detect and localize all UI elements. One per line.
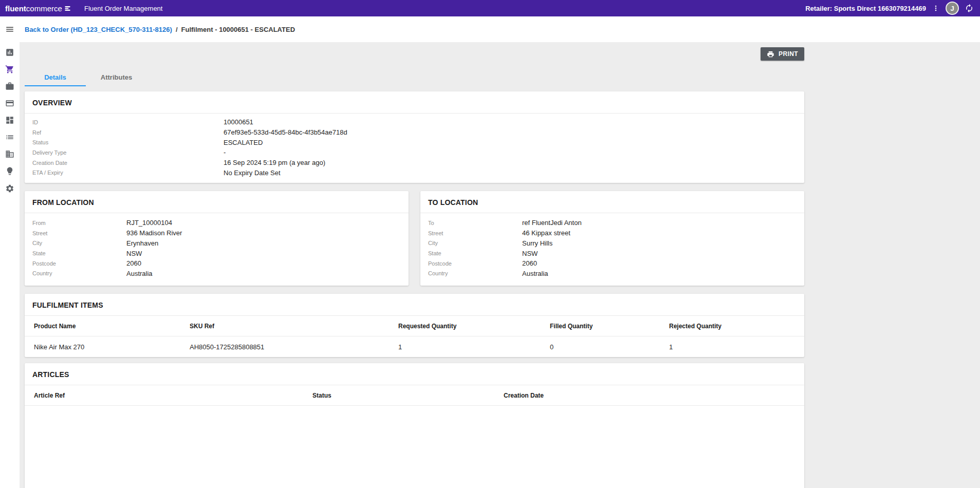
- field-label: Postcode: [428, 260, 522, 267]
- filled-quantity-cell: 0: [541, 343, 660, 351]
- column-header: Product Name: [25, 323, 180, 330]
- fulfilment-item-row[interactable]: Nike Air Max 270 AH8050-1725285808851 1 …: [25, 336, 804, 357]
- field-label: Creation Date: [32, 160, 224, 166]
- field-value: 2060: [126, 259, 409, 267]
- retailer-label: Retailer: Sports Direct 1663079214469: [805, 5, 926, 12]
- column-header: Requested Quantity: [389, 323, 541, 330]
- from-row-city: CityErynhaven: [25, 238, 409, 249]
- articles-table-header: Article Ref Status Creation Date: [25, 385, 804, 406]
- to-location-card-title: TO LOCATION: [420, 191, 804, 213]
- sidebar-item-dashboard[interactable]: [0, 111, 20, 128]
- briefcase-icon: [5, 82, 14, 91]
- field-label: Postcode: [32, 260, 126, 267]
- field-label: Street: [32, 230, 126, 236]
- field-value: 16 Sep 2024 5:19 pm (a year ago): [224, 159, 804, 166]
- to-location-card: TO LOCATION Toref FluentJedi Anton Stree…: [420, 191, 804, 286]
- tab-details[interactable]: Details: [25, 69, 86, 86]
- rail-icon-list: [0, 44, 20, 197]
- field-label: Status: [32, 139, 224, 145]
- from-row-state: StateNSW: [25, 248, 409, 258]
- from-location-card-title: FROM LOCATION: [25, 191, 409, 213]
- column-header: Article Ref: [25, 392, 303, 399]
- field-value: ref FluentJedi Anton: [522, 219, 804, 227]
- to-row-postcode: Postcode2060: [420, 258, 804, 269]
- articles-table-body: [25, 406, 804, 488]
- user-avatar[interactable]: J: [946, 2, 959, 15]
- overview-row-eta-expiry: ETA / ExpiryNo Expiry Date Set: [25, 167, 804, 178]
- field-value: NSW: [522, 250, 804, 257]
- to-row-state: StateNSW: [420, 248, 804, 258]
- hamburger-menu-button[interactable]: [0, 16, 20, 42]
- settings-icon: [5, 184, 14, 193]
- dashboard-icon: [5, 116, 14, 125]
- sku-ref-cell: AH8050-1725285808851: [180, 343, 389, 351]
- tab-bar: Details Attributes: [25, 69, 804, 86]
- field-value: NSW: [126, 250, 409, 257]
- sidebar-item-analytics[interactable]: [0, 44, 20, 61]
- product-name-cell: Nike Air Max 270: [25, 343, 180, 351]
- tab-attributes[interactable]: Attributes: [86, 69, 147, 86]
- sidebar-item-locations[interactable]: [0, 145, 20, 162]
- hamburger-icon: [5, 25, 14, 34]
- field-value: 46 Kippax street: [522, 229, 804, 237]
- fulfilment-items-card-title: FULFILMENT ITEMS: [25, 294, 804, 316]
- field-label: City: [32, 240, 126, 246]
- requested-quantity-cell: 1: [389, 343, 541, 351]
- column-header: Creation Date: [494, 392, 804, 399]
- from-row-postcode: Postcode2060: [25, 258, 409, 269]
- from-location-rows: FromRJT_10000104 Street936 Madison River…: [25, 213, 409, 286]
- field-value: Surry Hills: [522, 239, 804, 247]
- status-value: ESCALATED: [224, 139, 804, 146]
- from-row-street: Street936 Madison River: [25, 228, 409, 238]
- overview-card: OVERVIEW ID10000651 Ref67ef93e5-533d-45d…: [25, 91, 804, 183]
- sidebar-item-insights[interactable]: [0, 162, 20, 179]
- content-background: PRINT Details Attributes OVERVIEW ID1000…: [20, 42, 980, 488]
- sidebar-item-inventory[interactable]: [0, 78, 20, 95]
- overview-rows: ID10000651 Ref67ef93e5-533d-45d5-84bc-4f…: [25, 114, 804, 183]
- sidebar-item-orders[interactable]: [0, 61, 20, 78]
- rejected-quantity-cell: 1: [660, 343, 804, 351]
- fulfilment-items-table-header: Product Name SKU Ref Requested Quantity …: [25, 316, 804, 336]
- overview-row-ref: Ref67ef93e5-533d-45d5-84bc-4f3b54ae718d: [25, 127, 804, 138]
- field-label: To: [428, 220, 522, 226]
- app-title: Fluent Order Management: [84, 5, 162, 12]
- print-button-label: PRINT: [779, 50, 798, 58]
- sidebar-item-payments[interactable]: [0, 95, 20, 111]
- field-value: Erynhaven: [126, 239, 409, 247]
- field-value: 67ef93e5-533d-45d5-84bc-4f3b54ae718d: [224, 128, 804, 136]
- topbar-right-group: Retailer: Sports Direct 1663079214469 J: [805, 2, 974, 15]
- to-row-street: Street46 Kippax street: [420, 228, 804, 238]
- field-value: Australia: [126, 270, 409, 277]
- sidebar-item-lists[interactable]: [0, 128, 20, 145]
- sidebar-item-settings[interactable]: [0, 180, 20, 197]
- field-value: 936 Madison River: [126, 229, 409, 237]
- to-row-country: CountryAustralia: [420, 269, 804, 279]
- to-row-city: CitySurry Hills: [420, 238, 804, 249]
- field-label: Delivery Type: [32, 149, 224, 156]
- breadcrumb-separator: /: [176, 26, 178, 33]
- brand-text-light: commerce: [26, 4, 62, 13]
- building-icon: [5, 149, 14, 159]
- list-icon: [5, 133, 14, 142]
- field-label: Street: [428, 230, 522, 236]
- sync-icon[interactable]: [965, 4, 974, 13]
- overview-row-status: StatusESCALATED: [25, 137, 804, 147]
- from-row-from: FromRJT_10000104: [25, 218, 409, 228]
- column-header: Rejected Quantity: [660, 323, 804, 330]
- printer-icon: [767, 50, 774, 58]
- print-button[interactable]: PRINT: [761, 47, 804, 61]
- field-label: ETA / Expiry: [32, 170, 224, 176]
- fluent-commerce-logo[interactable]: fluentcommerce: [5, 5, 82, 12]
- brand-text: fluentcommerce: [5, 5, 62, 12]
- column-header: Status: [303, 392, 494, 399]
- field-label: Country: [32, 270, 126, 276]
- field-label: From: [32, 220, 126, 226]
- from-row-country: CountryAustralia: [25, 269, 409, 279]
- overview-row-creation-date: Creation Date16 Sep 2024 5:19 pm (a year…: [25, 158, 804, 168]
- articles-card: ARTICLES Article Ref Status Creation Dat…: [25, 363, 804, 488]
- field-label: Ref: [32, 129, 224, 136]
- breadcrumb-back-to-order-link[interactable]: Back to Order (HD_123_CHECK_570-311-8126…: [25, 26, 172, 33]
- column-header: SKU Ref: [180, 323, 389, 330]
- kebab-menu-icon[interactable]: [932, 3, 940, 13]
- breadcrumb: Back to Order (HD_123_CHECK_570-311-8126…: [20, 16, 980, 42]
